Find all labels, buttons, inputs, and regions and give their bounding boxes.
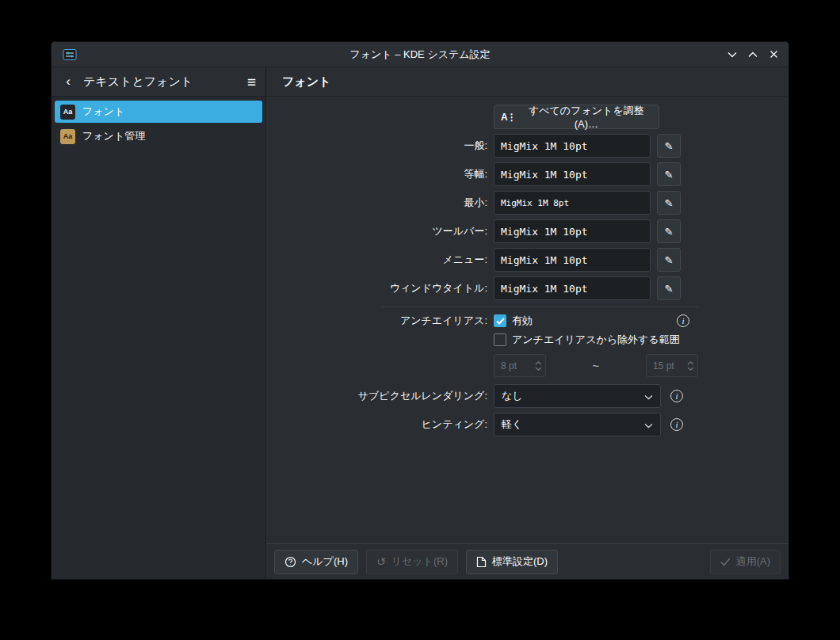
titlebar[interactable]: フォント – KDE システム設定 xyxy=(52,42,788,67)
font-management-icon: Aa xyxy=(60,129,75,144)
fixed-width-font-row: 等幅: MigMix 1M 10pt ✎ xyxy=(266,162,788,186)
hinting-value: 軽く xyxy=(502,417,522,432)
adjust-all-fonts-label: すべてのフォントを調整(A)… xyxy=(521,104,652,130)
exclude-range-row: アンチエイリアスから除外する範囲 xyxy=(494,333,788,347)
sidebar: ‹ テキストとフォント ≡ Aa フォント Aa フォント管理 xyxy=(52,67,266,579)
defaults-button-label: 標準設定(D) xyxy=(492,554,548,569)
page-title-text: フォント xyxy=(282,74,330,90)
fixed-width-font-edit-button[interactable]: ✎ xyxy=(657,162,681,186)
sidebar-item-fonts[interactable]: Aa フォント xyxy=(55,101,262,123)
hamburger-menu-icon[interactable]: ≡ xyxy=(247,74,256,90)
antialiasing-enabled-label: 有効 xyxy=(512,314,533,328)
hinting-info-icon[interactable]: i xyxy=(670,418,683,431)
form-separator xyxy=(381,307,698,307)
pencil-icon: ✎ xyxy=(665,197,674,209)
reset-button-label: リセット(R) xyxy=(391,554,448,569)
page-title: フォント xyxy=(266,67,788,97)
hinting-label: ヒンティング: xyxy=(266,417,487,432)
range-from-spinbox: 8 pt xyxy=(494,354,546,377)
content-pane: フォント A⋮ すべてのフォントを調整(A)… 一般: MigMix 1M 10… xyxy=(266,67,788,579)
checkmark-icon xyxy=(720,558,731,566)
toolbar-font-row: ツールバー: MigMix 1M 10pt ✎ xyxy=(266,219,788,243)
exclude-range-values-row: 8 pt ~ 15 pt xyxy=(494,354,788,377)
pencil-icon: ✎ xyxy=(665,226,674,238)
sidebar-header: ‹ テキストとフォント ≡ xyxy=(52,67,265,97)
subpixel-info-icon[interactable]: i xyxy=(670,390,683,402)
close-icon[interactable] xyxy=(766,48,781,62)
window-title-font-field[interactable]: MigMix 1M 10pt xyxy=(494,276,651,300)
exclude-range-checkbox[interactable] xyxy=(494,333,506,346)
small-font-row: 最小: MigMix 1M 8pt ✎ xyxy=(266,191,788,215)
font-select-icon: A⋮ xyxy=(501,112,516,123)
defaults-button[interactable]: 標準設定(D) xyxy=(466,550,558,574)
subpixel-label: サブピクセルレンダリング: xyxy=(266,389,487,403)
footer-button-bar: ヘルプ(H) ↺ リセット(R) 標準設定(D) xyxy=(266,543,788,579)
general-font-edit-button[interactable]: ✎ xyxy=(657,134,681,158)
pencil-icon: ✎ xyxy=(665,169,674,181)
exclude-range-label: アンチエイリアスから除外する範囲 xyxy=(512,333,680,347)
pencil-icon: ✎ xyxy=(665,283,674,295)
fixed-width-font-label: 等幅: xyxy=(266,167,487,181)
back-icon[interactable]: ‹ xyxy=(61,74,75,89)
range-to-value: 15 pt xyxy=(653,360,674,371)
sidebar-item-font-management[interactable]: Aa フォント管理 xyxy=(55,125,262,147)
range-from-value: 8 pt xyxy=(501,360,517,371)
sidebar-item-label: フォント xyxy=(82,105,124,119)
small-font-label: 最小: xyxy=(266,196,487,210)
small-font-edit-button[interactable]: ✎ xyxy=(657,191,681,215)
sidebar-item-label: フォント管理 xyxy=(82,129,145,143)
window-title: フォント – KDE システム設定 xyxy=(52,48,788,62)
chevron-down-icon xyxy=(644,419,653,431)
menu-font-edit-button[interactable]: ✎ xyxy=(657,248,681,272)
toolbar-font-edit-button[interactable]: ✎ xyxy=(657,219,681,243)
range-to-spinbox: 15 pt xyxy=(646,354,698,377)
chevron-down-icon xyxy=(644,390,653,402)
antialiasing-checkbox[interactable] xyxy=(494,314,506,327)
menu-font-row: メニュー: MigMix 1M 10pt ✎ xyxy=(266,248,788,272)
hinting-row: ヒンティング: 軽く i xyxy=(266,413,788,436)
help-button[interactable]: ヘルプ(H) xyxy=(274,550,358,574)
pencil-icon: ✎ xyxy=(665,254,674,266)
antialiasing-label: アンチエイリアス: xyxy=(266,314,487,328)
fonts-icon: Aa xyxy=(60,105,75,120)
apply-button: 適用(A) xyxy=(710,550,781,574)
small-font-field[interactable]: MigMix 1M 8pt xyxy=(494,191,651,215)
reset-icon: ↺ xyxy=(376,556,386,567)
spinner-arrows-icon xyxy=(687,361,694,371)
toolbar-font-field[interactable]: MigMix 1M 10pt xyxy=(494,219,651,243)
pencil-icon: ✎ xyxy=(665,140,674,152)
toolbar-font-label: ツールバー: xyxy=(266,224,487,238)
antialiasing-info-icon[interactable]: i xyxy=(677,314,689,327)
apply-button-label: 適用(A) xyxy=(736,554,770,569)
maximize-icon[interactable] xyxy=(746,48,760,62)
spinner-arrows-icon xyxy=(535,361,542,371)
fonts-form: A⋮ すべてのフォントを調整(A)… 一般: MigMix 1M 10pt ✎ … xyxy=(266,97,788,543)
sidebar-list: Aa フォント Aa フォント管理 xyxy=(52,97,265,151)
reset-button: ↺ リセット(R) xyxy=(366,550,458,574)
adjust-all-row: A⋮ すべてのフォントを調整(A)… xyxy=(266,105,788,129)
fixed-width-font-field[interactable]: MigMix 1M 10pt xyxy=(494,162,651,186)
general-font-row: 一般: MigMix 1M 10pt ✎ xyxy=(266,134,788,158)
window-title-font-row: ウィンドウタイトル: MigMix 1M 10pt ✎ xyxy=(266,276,788,300)
system-settings-window: フォント – KDE システム設定 ‹ xyxy=(51,41,789,580)
sidebar-title: テキストとフォント xyxy=(83,74,193,90)
general-font-field[interactable]: MigMix 1M 10pt xyxy=(494,134,651,158)
menu-font-label: メニュー: xyxy=(266,253,487,267)
subpixel-value: なし xyxy=(502,389,523,403)
hinting-combobox[interactable]: 軽く xyxy=(494,413,661,436)
help-button-label: ヘルプ(H) xyxy=(302,554,348,569)
range-separator: ~ xyxy=(593,359,600,372)
window-title-font-edit-button[interactable]: ✎ xyxy=(657,276,681,300)
subpixel-row: サブピクセルレンダリング: なし i xyxy=(266,384,788,408)
antialiasing-row: アンチエイリアス: 有効 i xyxy=(266,314,788,328)
adjust-all-fonts-button[interactable]: A⋮ すべてのフォントを調整(A)… xyxy=(494,105,659,129)
window-title-font-label: ウィンドウタイトル: xyxy=(266,281,487,295)
window-controls xyxy=(725,48,781,62)
keep-below-icon[interactable] xyxy=(725,48,739,62)
system-settings-icon xyxy=(63,48,77,62)
menu-font-field[interactable]: MigMix 1M 10pt xyxy=(494,248,651,272)
document-icon xyxy=(476,556,487,568)
subpixel-combobox[interactable]: なし xyxy=(494,384,661,408)
general-font-label: 一般: xyxy=(266,139,487,153)
help-icon xyxy=(284,556,296,568)
